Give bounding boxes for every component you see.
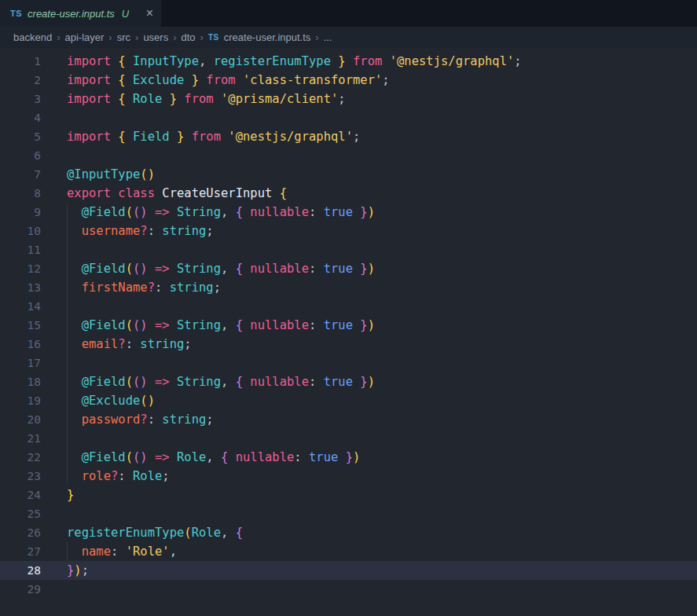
line-number[interactable]: 24 xyxy=(0,486,41,504)
line-number[interactable]: 10 xyxy=(0,222,41,240)
code-line[interactable]: 24} xyxy=(0,486,697,504)
code-token: ? xyxy=(148,280,155,295)
code-token: : xyxy=(309,375,324,389)
code-token: } xyxy=(331,54,346,68)
code-line[interactable]: 1import { InputType, registerEnumType } … xyxy=(0,52,697,71)
code-line[interactable]: 20 password?: string; xyxy=(0,410,697,429)
code-token: => xyxy=(148,262,177,276)
line-number[interactable]: 13 xyxy=(0,278,41,297)
code-line[interactable]: 15 @Field(() => String, { nullable: true… xyxy=(0,316,697,335)
code-line[interactable]: 6 xyxy=(0,146,697,165)
code-line[interactable]: 16 email?: string; xyxy=(0,335,697,354)
code-line[interactable]: 10 username?: string; xyxy=(0,222,697,240)
breadcrumb-overflow[interactable]: ... xyxy=(324,31,332,43)
code-token: ( xyxy=(126,205,133,219)
code-line-content: }); xyxy=(41,561,697,580)
code-line[interactable]: 26registerEnumType(Role, { xyxy=(0,523,697,542)
code-line[interactable]: 14 xyxy=(0,297,697,316)
code-line[interactable]: 27 name: 'Role', xyxy=(0,542,697,561)
code-token: : xyxy=(118,469,133,483)
line-number[interactable]: 6 xyxy=(0,146,41,165)
breadcrumb-item[interactable]: backend xyxy=(13,31,52,43)
code-line[interactable]: 11 xyxy=(0,240,697,259)
line-number[interactable]: 7 xyxy=(0,165,41,184)
code-line[interactable]: 12 @Field(() => String, { nullable: true… xyxy=(0,259,697,278)
code-line[interactable]: 5import { Field } from '@nestjs/graphql'… xyxy=(0,127,697,146)
line-number[interactable]: 27 xyxy=(0,542,41,561)
close-icon[interactable]: × xyxy=(146,7,153,20)
code-token: , xyxy=(170,544,177,559)
line-number[interactable]: 17 xyxy=(0,354,41,372)
line-number[interactable]: 12 xyxy=(0,259,41,278)
breadcrumb-item[interactable]: users xyxy=(143,31,168,43)
line-number[interactable]: 14 xyxy=(0,297,41,316)
code-line[interactable]: 23 role?: Role; xyxy=(0,467,697,486)
breadcrumb-item[interactable]: src xyxy=(117,31,130,43)
line-number[interactable]: 21 xyxy=(0,429,41,448)
line-number[interactable]: 18 xyxy=(0,372,41,391)
code-line[interactable]: 22 @Field(() => Role, { nullable: true }… xyxy=(0,448,697,467)
line-number[interactable]: 1 xyxy=(0,52,41,71)
line-number[interactable]: 19 xyxy=(0,391,41,410)
code-line[interactable]: 29 xyxy=(0,580,697,599)
code-token: 'class-transformer' xyxy=(243,73,382,87)
breadcrumb-separator-icon: › xyxy=(135,31,138,43)
code-line[interactable]: 8export class CreateUserInput { xyxy=(0,184,697,203)
code-line-content xyxy=(41,580,697,599)
breadcrumb-item-file[interactable]: create-user.input.ts xyxy=(224,31,311,43)
code-token: Role xyxy=(177,450,206,464)
code-token: export class xyxy=(67,186,162,200)
line-number[interactable]: 23 xyxy=(0,467,41,486)
code-token xyxy=(67,544,82,559)
line-number[interactable]: 11 xyxy=(0,240,41,259)
code-line[interactable]: 13 firstName?: string; xyxy=(0,278,697,297)
code-line[interactable]: 2import { Exclude } from 'class-transfor… xyxy=(0,71,697,90)
code-token: @Field xyxy=(82,318,126,332)
code-line[interactable]: 25 xyxy=(0,504,697,523)
breadcrumb-item[interactable]: api-layer xyxy=(65,31,105,43)
line-number[interactable]: 16 xyxy=(0,335,41,354)
code-token: String xyxy=(177,205,221,219)
line-number[interactable]: 9 xyxy=(0,203,41,222)
line-number[interactable]: 25 xyxy=(0,504,41,523)
line-number[interactable]: 8 xyxy=(0,184,41,203)
line-number[interactable]: 26 xyxy=(0,523,41,542)
code-token: registerEnumType xyxy=(214,54,331,68)
code-token: Role xyxy=(192,526,221,540)
code-token: : xyxy=(309,262,324,276)
breadcrumb-separator-icon: › xyxy=(108,31,112,43)
line-number[interactable]: 29 xyxy=(0,580,41,599)
line-number[interactable]: 2 xyxy=(0,71,41,90)
code-token: '@prisma/client' xyxy=(221,92,338,106)
code-line[interactable]: 28}); xyxy=(0,561,697,580)
code-token: , xyxy=(221,205,236,219)
code-token: ; xyxy=(184,337,191,351)
line-number[interactable]: 20 xyxy=(0,410,41,429)
code-line-content: import { Exclude } from 'class-transform… xyxy=(41,71,697,90)
line-number[interactable]: 28 xyxy=(0,561,41,580)
code-line[interactable]: 7@InputType() xyxy=(0,165,697,184)
code-token: name xyxy=(82,544,111,559)
code-token: , xyxy=(206,450,221,464)
code-line[interactable]: 18 @Field(() => String, { nullable: true… xyxy=(0,372,697,391)
code-token: @Field xyxy=(82,205,126,219)
code-line[interactable]: 17 xyxy=(0,354,697,372)
code-line[interactable]: 21 xyxy=(0,429,697,448)
code-line[interactable]: 3import { Role } from '@prisma/client'; xyxy=(0,90,697,108)
code-line[interactable]: 19 @Exclude() xyxy=(0,391,697,410)
code-line[interactable]: 9 @Field(() => String, { nullable: true … xyxy=(0,203,697,222)
line-number[interactable]: 22 xyxy=(0,448,41,467)
code-token: , xyxy=(199,54,214,68)
line-number[interactable]: 15 xyxy=(0,316,41,335)
line-number[interactable]: 5 xyxy=(0,127,41,146)
breadcrumb-item[interactable]: dto xyxy=(182,31,196,43)
code-token: Exclude xyxy=(133,73,184,87)
code-token: ? xyxy=(140,224,147,238)
tab-create-user-input[interactable]: TS create-user.input.ts U × xyxy=(0,0,161,27)
line-number[interactable]: 4 xyxy=(0,108,41,127)
code-line-content: @Field(() => String, { nullable: true }) xyxy=(41,372,697,391)
breadcrumb: backend›api-layer›src›users›dto›TScreate… xyxy=(0,27,697,48)
code-line[interactable]: 4 xyxy=(0,108,697,127)
code-token: { xyxy=(236,318,251,332)
line-number[interactable]: 3 xyxy=(0,90,41,108)
